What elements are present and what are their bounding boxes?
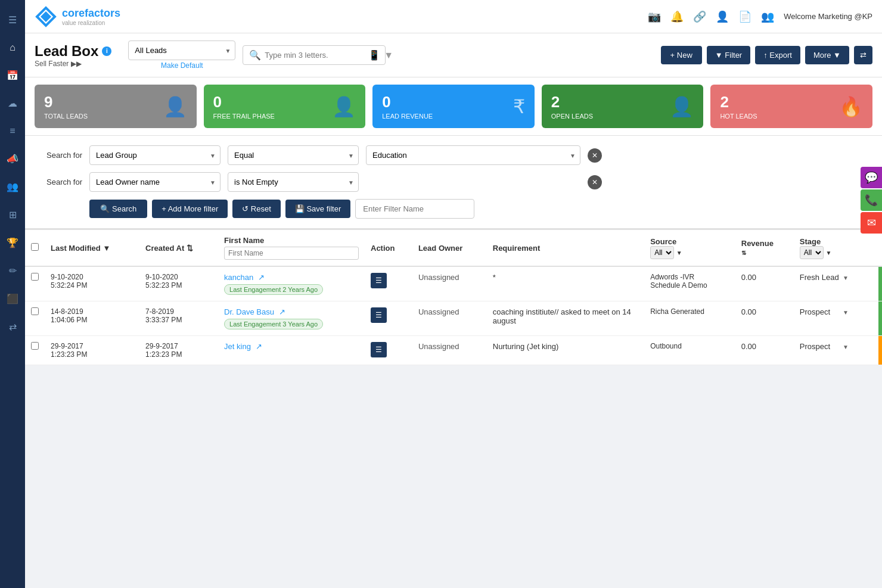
external-link-icon[interactable]: ↗: [258, 273, 265, 282]
all-leads-select-wrap: All Leads: [128, 41, 235, 60]
stage-filter-select[interactable]: All: [800, 246, 824, 259]
stats-row: 9 TOTAL LEADS 👤 0 FREE TRAIL PHASE 👤 0 L…: [25, 77, 882, 136]
search-bar: 🔍 📱 ▼: [243, 45, 386, 65]
row-checkbox[interactable]: [31, 342, 39, 350]
stage-select-wrap: Prospect Fresh Lead Prospect: [800, 342, 849, 351]
topnav-icon-bell[interactable]: 🔔: [670, 10, 684, 23]
stage-select[interactable]: Prospect Fresh Lead Prospect: [800, 342, 849, 351]
add-filter-button[interactable]: + Add More filter: [152, 200, 228, 218]
row-first-name: Jet king ↗: [218, 336, 365, 365]
all-leads-select[interactable]: All Leads: [128, 41, 235, 60]
filter-remove-2-button[interactable]: ✕: [588, 175, 602, 189]
filter-condition-2-select[interactable]: is Not Empty is Empty Equal: [228, 172, 359, 192]
external-link-icon[interactable]: ↗: [279, 307, 285, 316]
reset-button[interactable]: ↺ Reset: [232, 200, 281, 218]
created-at-sort-icon[interactable]: ⇅: [187, 244, 193, 253]
action-button[interactable]: ☰: [371, 273, 387, 288]
topnav-right: 📷 🔔 🔗 👤 📄 👥 Welcome Marketing @KP: [648, 10, 872, 23]
filter-name-input[interactable]: [355, 199, 474, 219]
sidebar-icon-edit[interactable]: ✏: [0, 262, 25, 280]
filter-condition-1-wrap: Equal Not Equal Contains: [228, 145, 359, 165]
info-icon[interactable]: i: [102, 46, 111, 56]
row-action: ☰: [365, 336, 412, 365]
page-content: Lead Box i Sell Faster ▶▶ All Leads Make…: [25, 33, 882, 588]
floating-call-button[interactable]: 📞: [861, 189, 882, 211]
sidebar-icon-grid[interactable]: ⊞: [0, 206, 25, 224]
action-button[interactable]: ☰: [371, 307, 387, 323]
filter-field-1-select[interactable]: Lead Group Lead Owner name: [89, 145, 220, 165]
filter-condition-2-wrap: is Not Empty is Empty Equal: [228, 172, 359, 192]
dropdown-arrow-icon[interactable]: ▼: [384, 50, 393, 61]
mobile-icon: 📱: [368, 49, 380, 61]
first-name-filter-input[interactable]: [224, 247, 359, 260]
row-checkbox[interactable]: [31, 273, 39, 281]
stat-free-number: 0: [213, 93, 275, 111]
topnav-icon-docs[interactable]: 📄: [738, 10, 751, 23]
make-default-link[interactable]: Make Default: [128, 61, 235, 70]
topnav-icon-link[interactable]: 🔗: [693, 10, 706, 23]
source-dropdown-icon[interactable]: ▼: [676, 250, 682, 256]
source-filter-select[interactable]: All: [650, 246, 674, 259]
topnav: corefactors value realization 📷 🔔 🔗 👤 📄 …: [25, 0, 882, 33]
sidebar-icon-box[interactable]: ⬛: [0, 290, 25, 308]
filter-button[interactable]: ▼ Filter: [707, 46, 750, 64]
search-input[interactable]: [265, 51, 365, 60]
stage-dropdown-icon[interactable]: ▼: [825, 250, 831, 256]
sidebar-icon-calendar[interactable]: 📅: [0, 66, 25, 85]
select-all-checkbox[interactable]: [31, 243, 39, 251]
sidebar-icon-switch[interactable]: ⇄: [0, 318, 25, 336]
table-section: Last Modified ▼ Created At ⇅ First Name: [25, 229, 882, 365]
leads-table: Last Modified ▼ Created At ⇅ First Name: [25, 229, 882, 365]
sidebar-icon-list[interactable]: ≡: [0, 122, 25, 140]
sidebar-icon-home[interactable]: ⌂: [0, 39, 25, 57]
row-revenue: 0.00: [735, 301, 794, 336]
revenue-sort-icon[interactable]: ⇅: [741, 250, 746, 256]
lead-name-link[interactable]: Dr. Dave Basu: [224, 307, 274, 316]
new-button[interactable]: + New: [661, 46, 702, 64]
lead-name-link[interactable]: Jet king: [224, 342, 251, 351]
filter-remove-1-button[interactable]: ✕: [588, 148, 602, 163]
action-button[interactable]: ☰: [371, 342, 387, 357]
filter-value-1-select[interactable]: Education Other: [366, 145, 580, 165]
filter-label-1: Search for: [35, 151, 82, 160]
lead-name-link[interactable]: kanchan: [224, 273, 253, 282]
sidebar-icon-trophy[interactable]: 🏆: [0, 234, 25, 252]
topnav-icon-group[interactable]: 👥: [761, 10, 774, 23]
stat-hot-number: 2: [720, 93, 757, 111]
sidebar-icon-announce[interactable]: 📣: [0, 150, 25, 168]
floating-chat-button[interactable]: 💬: [861, 167, 882, 188]
stage-select[interactable]: Prospect Fresh Lead Prospect: [800, 307, 849, 316]
search-action-button[interactable]: 🔍 Search: [89, 200, 147, 218]
sidebar-icon-cloud[interactable]: ☁: [0, 94, 25, 113]
engagement-badge: Last Engagement 3 Years Ago: [224, 319, 323, 329]
header-action: Action: [365, 229, 412, 266]
save-filter-button[interactable]: 💾 Save filter: [285, 200, 350, 218]
stat-open-number: 2: [551, 93, 593, 111]
share-button[interactable]: ⇄: [854, 46, 872, 64]
more-button[interactable]: More ▼: [805, 46, 849, 64]
sidebar-icon-users[interactable]: 👥: [0, 178, 25, 196]
header-lead-owner: Lead Owner: [412, 229, 487, 266]
topnav-icon-camera[interactable]: 📷: [648, 10, 661, 23]
header-checkbox-col: [25, 229, 45, 266]
row-checkbox[interactable]: [31, 307, 39, 315]
stage-select[interactable]: Fresh Lead Fresh Lead Prospect: [800, 273, 849, 282]
stat-revenue: 0 LEAD REVENUE ₹: [372, 85, 535, 128]
stage-color-bar: [878, 301, 882, 335]
topnav-icon-person[interactable]: 👤: [716, 10, 729, 23]
table-row: 29-9-20171:23:23 PM 29-9-20171:23:23 PM …: [25, 336, 882, 365]
header-stage: Stage All ▼: [794, 229, 882, 266]
filter-condition-1-select[interactable]: Equal Not Equal Contains: [228, 145, 359, 165]
export-button[interactable]: ↑ Export: [755, 46, 800, 64]
filter-field-2-select[interactable]: Lead Owner name Lead Group: [89, 172, 220, 192]
row-checkbox-cell: [25, 301, 45, 336]
sidebar-icon-menu[interactable]: ☰: [0, 11, 25, 29]
external-link-icon[interactable]: ↗: [256, 342, 262, 351]
floating-email-button[interactable]: ✉: [861, 212, 882, 234]
filter-field-1-wrap: Lead Group Lead Owner name: [89, 145, 220, 165]
stat-hot-leads: 2 HOT LEADS 🔥: [710, 85, 872, 128]
header-created-at-label: Created At: [145, 244, 184, 253]
row-requirement: *: [487, 266, 644, 301]
leadbox-dropdown: All Leads Make Default: [128, 41, 235, 70]
header-created-at: Created At ⇅: [139, 229, 218, 266]
